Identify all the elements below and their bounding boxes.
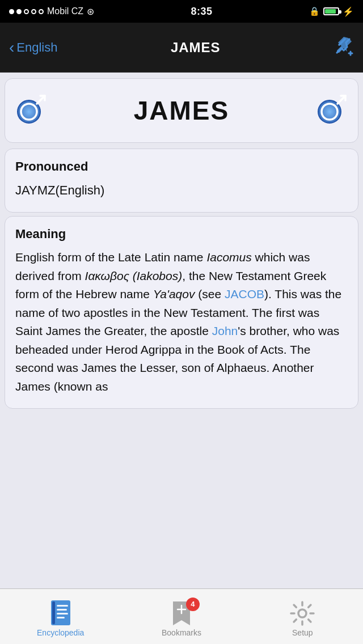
battery-fill xyxy=(325,9,336,14)
signal-dot-1 xyxy=(9,9,14,14)
svg-rect-16 xyxy=(57,609,67,611)
tab-setup[interactable]: Setup xyxy=(242,596,363,637)
tab-encyclopedia[interactable]: Encyclopedia xyxy=(0,596,121,637)
pin-plus-icon xyxy=(334,36,354,56)
status-left: Mobil CZ ⊛ xyxy=(9,6,94,17)
meaning-text-1: English form of the Late Latin name xyxy=(15,251,206,264)
name-display: JAMES xyxy=(48,95,315,126)
wifi-icon: ⊛ xyxy=(87,6,94,17)
encyclopedia-tab-label: Encyclopedia xyxy=(37,628,84,637)
svg-rect-14 xyxy=(52,601,55,624)
gender-icon-right xyxy=(315,90,349,131)
back-button[interactable]: ‹ English xyxy=(9,40,57,56)
bookmarks-tab-label: Bookmarks xyxy=(162,628,201,637)
signal-dot-3 xyxy=(24,9,29,14)
svg-line-10 xyxy=(337,96,345,104)
back-label[interactable]: English xyxy=(16,40,57,55)
bookmarks-icon: 4 xyxy=(169,601,194,626)
add-bookmark-button[interactable] xyxy=(334,36,354,60)
battery-icon xyxy=(323,7,339,15)
main-content: JAMES Pronounced JAYMZ(English) M xyxy=(0,73,363,588)
pronunciation-heading: Pronounced xyxy=(15,159,348,174)
svg-point-21 xyxy=(298,609,306,617)
encyclopedia-icon xyxy=(48,601,73,626)
tab-bar: Encyclopedia 4 Bookmarks xyxy=(0,588,363,644)
pronunciation-card: Pronounced JAYMZ(English) xyxy=(5,149,358,213)
carrier-label: Mobil CZ xyxy=(47,6,83,16)
signal-dots xyxy=(9,9,44,14)
meaning-text-4: (see xyxy=(195,287,225,300)
chevron-left-icon: ‹ xyxy=(9,40,14,56)
tab-bookmarks[interactable]: 4 Bookmarks xyxy=(121,596,242,637)
signal-dot-5 xyxy=(39,9,44,14)
status-right: 🔒 ⚡ xyxy=(309,6,354,17)
jacob-link[interactable]: JACOB xyxy=(225,287,264,300)
svg-line-5 xyxy=(37,96,45,104)
meaning-card: Meaning English form of the Late Latin n… xyxy=(5,216,358,409)
pronunciation-value: JAYMZ(English) xyxy=(15,181,348,200)
lock-icon: 🔒 xyxy=(309,6,320,16)
charging-icon: ⚡ xyxy=(343,6,354,17)
svg-rect-18 xyxy=(57,617,65,618)
meaning-italic-3: Ya'aqov xyxy=(153,287,195,300)
nav-title: JAMES xyxy=(171,40,221,56)
meaning-body: English form of the Late Latin name Iaco… xyxy=(15,248,348,396)
signal-dot-2 xyxy=(16,9,22,14)
name-card: JAMES xyxy=(5,78,358,143)
svg-rect-17 xyxy=(57,613,68,615)
meaning-heading: Meaning xyxy=(15,227,348,242)
gender-icon-left xyxy=(14,90,48,131)
meaning-italic-1: Iacomus xyxy=(206,251,251,264)
setup-tab-label: Setup xyxy=(292,628,313,637)
meaning-italic-2: Ιακωβος (Iakobos) xyxy=(85,269,183,282)
svg-rect-15 xyxy=(57,605,68,607)
setup-icon xyxy=(290,601,315,626)
status-bar: Mobil CZ ⊛ 8:35 🔒 ⚡ xyxy=(0,0,363,23)
john-link[interactable]: John xyxy=(212,324,238,337)
nav-bar: ‹ English JAMES xyxy=(0,23,363,73)
signal-dot-4 xyxy=(31,9,36,14)
status-time: 8:35 xyxy=(191,6,212,18)
bookmarks-badge: 4 xyxy=(186,598,200,611)
